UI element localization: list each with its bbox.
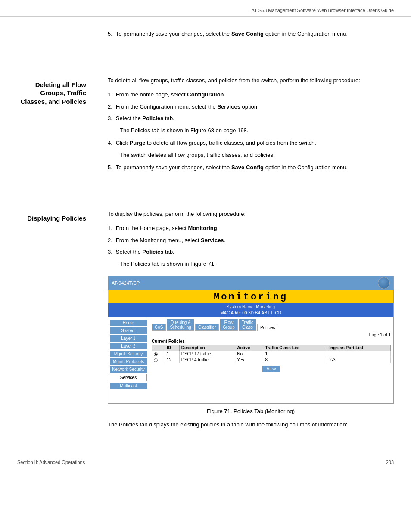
system-name: System Name: Marketing: [108, 304, 393, 310]
row-id: 12: [165, 357, 180, 363]
step-num: 3.: [108, 114, 112, 123]
row-traffic-class: 8: [263, 357, 327, 363]
list-item: 1. From the home page, select Configurat…: [108, 90, 394, 99]
list-item: 3. Select the Policies tab.: [108, 114, 394, 123]
sidebar-btn-network-security[interactable]: Network Security: [110, 366, 147, 373]
tab-queuing-scheduling[interactable]: Queuing &Scheduling: [167, 319, 194, 331]
row-id: 1: [165, 351, 180, 357]
step-num: 3.: [108, 248, 112, 256]
figure-titlebar-label: AT-9424T/SP: [112, 280, 140, 286]
step-content: To permanently save your changes, select…: [116, 30, 348, 38]
footer-left: Section II: Advanced Operations: [17, 460, 85, 465]
sidebar-btn-mgmt-security[interactable]: Mgmt. Security: [110, 351, 147, 357]
sidebar-btn-mgmt-protocols[interactable]: Mgmt. Protocols: [110, 358, 147, 365]
step-content: Click Purge to delete all flow groups, t…: [116, 139, 316, 147]
figure-71: AT-9424T/SP Monitoring System Name: Mark…: [108, 276, 394, 404]
step-num: 5.: [108, 30, 112, 38]
step-content: From the home page, select Configuration…: [116, 90, 225, 99]
section1-intro: To delete all flow groups, traffic class…: [108, 76, 394, 85]
step-num: 5.: [108, 163, 112, 172]
sidebar-btn-system[interactable]: System: [110, 327, 147, 334]
row-ingress-port: 2-3: [327, 357, 391, 363]
row-radio[interactable]: [152, 357, 165, 363]
col-active: Active: [235, 345, 263, 351]
list-item: 5. To permanently save your changes, sel…: [108, 163, 394, 172]
list-item: 2. From the Configuration menu, select t…: [108, 103, 394, 111]
figure-caption: Figure 71. Policies Tab (Monitoring): [108, 408, 394, 414]
step-content: Select the Policies tab.: [116, 114, 174, 123]
tab-classifier[interactable]: Classifier: [195, 324, 219, 331]
header-title: AT-S63 Management Software Web Browser I…: [251, 8, 394, 13]
figure-header-content: Monitoring System Name: Marketing MAC Ad…: [108, 290, 393, 317]
step-num: 2.: [108, 103, 112, 111]
row-active: Yes: [235, 357, 263, 363]
section2-heading: Displaying Policies: [17, 214, 86, 223]
row-traffic-class: 1: [263, 351, 327, 357]
step-num: 4.: [108, 139, 112, 147]
page-header: AT-S63 Management Software Web Browser I…: [0, 0, 411, 17]
figure-titlebar: AT-9424T/SP: [108, 276, 393, 290]
sidebar-btn-layer2[interactable]: Layer 2: [110, 343, 147, 349]
figure-header-row: Monitoring System Name: Marketing MAC Ad…: [108, 290, 393, 317]
policies-table: ID Description Active Traffic Class List…: [152, 345, 391, 363]
figure-tabs: CoS Queuing &Scheduling Classifier FlowG…: [152, 319, 391, 331]
list-item: 2. From the Monitoring menu, select Serv…: [108, 236, 394, 245]
globe-icon: [378, 277, 390, 289]
step-content: From the Configuration menu, select the …: [116, 103, 259, 111]
sidebar-btn-services[interactable]: Services: [110, 374, 147, 381]
row-description: DSCP 4 traffic: [179, 357, 235, 363]
figure-table-section: Current Policies ID Description Active T…: [152, 339, 391, 363]
tab-cos[interactable]: CoS: [152, 324, 166, 331]
closing-text: The Policies tab displays the existing p…: [108, 420, 394, 429]
row-ingress-port: [327, 351, 391, 357]
step-note: The switch deletes all flow groups, traf…: [120, 151, 394, 159]
list-item: 3. Select the Policies tab.: [108, 248, 394, 256]
footer-right: 203: [386, 460, 394, 465]
figure-body: Home System Layer 1 Layer 2 Mgmt. Securi…: [108, 317, 393, 403]
row-description: DSCP 17 traffic: [179, 351, 235, 357]
sidebar-btn-home[interactable]: Home: [110, 320, 147, 326]
intro-step5: 5. To permanently save your changes, sel…: [108, 30, 394, 38]
section2-intro: To display the policies, perform the fol…: [108, 210, 394, 218]
monitoring-title: Monitoring: [108, 290, 393, 303]
step-num: 1.: [108, 224, 112, 233]
row-active: No: [235, 351, 263, 357]
sidebar-btn-layer1[interactable]: Layer 1: [110, 335, 147, 342]
figure-main: CoS Queuing &Scheduling Classifier FlowG…: [149, 317, 393, 403]
table-row: 12 DSCP 4 traffic Yes 8 2-3: [152, 357, 391, 363]
view-button[interactable]: View: [262, 366, 280, 372]
figure-sidebar: Home System Layer 1 Layer 2 Mgmt. Securi…: [108, 317, 149, 403]
step-num: 2.: [108, 236, 112, 245]
step-note: The Policies tab is shown in Figure 71.: [120, 260, 394, 268]
step-content: To permanently save your changes, select…: [116, 163, 348, 172]
step-content: Select the Policies tab.: [116, 248, 174, 256]
col-id: ID: [165, 345, 180, 351]
mac-addr: MAC Addr: 00:3D:B4:AB:EF:CD: [108, 310, 393, 316]
step-num: 1.: [108, 90, 112, 99]
step-content: From the Monitoring menu, select Service…: [116, 236, 225, 245]
col-description: Description: [179, 345, 235, 351]
tab-traffic-class[interactable]: TrafficClass: [239, 319, 256, 331]
radio-checked[interactable]: [154, 352, 158, 356]
col-traffic-class: Traffic Class List: [263, 345, 327, 351]
col-ingress-port: Ingress Port List: [327, 345, 391, 351]
step-content: From the Home page, select Monitoring.: [116, 224, 218, 233]
tab-flow-group[interactable]: FlowGroup: [220, 319, 238, 331]
sidebar-btn-multicast[interactable]: Multicast: [110, 383, 147, 389]
table-row: 1 DSCP 17 traffic No 1: [152, 351, 391, 357]
page-info: Page 1 of 1: [152, 333, 391, 337]
figure-system-info: System Name: Marketing MAC Addr: 00:3D:B…: [108, 303, 393, 317]
list-item: 1. From the Home page, select Monitoring…: [108, 224, 394, 233]
table-title: Current Policies: [152, 339, 391, 344]
tab-policies[interactable]: Policies: [257, 324, 278, 331]
step-note: The Policies tab is shown in Figure 68 o…: [120, 126, 394, 135]
list-item: 4. Click Purge to delete all flow groups…: [108, 139, 394, 147]
page-footer: Section II: Advanced Operations 203: [0, 455, 411, 469]
row-radio[interactable]: [152, 351, 165, 357]
section1-heading: Deleting all Flow Groups, Traffic Classe…: [17, 81, 86, 106]
radio-unchecked[interactable]: [154, 358, 158, 362]
col-select: [152, 345, 165, 351]
